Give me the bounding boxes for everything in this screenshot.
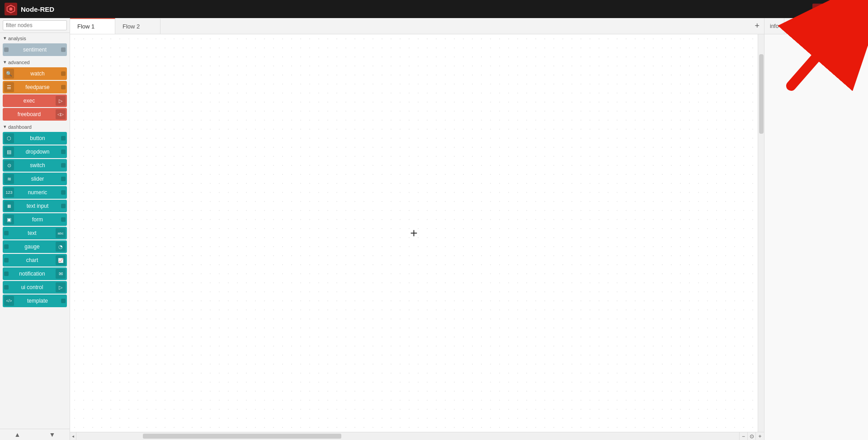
category-dashboard[interactable]: ▾ dashboard [0,122,70,131]
node-button[interactable]: ⬡ button [3,132,67,145]
zoom-out-button[interactable]: − [740,432,748,440]
category-analysis[interactable]: ▾ analysis [0,33,70,42]
deploy-label: Deploy [819,6,837,13]
node-freeboard[interactable]: freeboard ◁▷ [3,108,67,121]
node-template[interactable]: </> template [3,295,67,307]
tab-flow1[interactable]: Flow 1 [70,18,115,34]
node-feedparse[interactable]: ☰ feedparse [3,81,67,94]
zoom-reset-button[interactable]: ⊙ [748,432,756,440]
canvas-vscroll-thumb [759,54,764,134]
node-notification[interactable]: notification ✉ [3,267,67,280]
node-numeric-label: numeric [14,189,61,196]
filter-nodes-container [0,18,70,33]
node-notification-label: notification [9,271,56,277]
node-button-label: button [14,135,61,141]
sidebar-scroll-down-button[interactable]: ▼ [35,429,70,440]
node-numeric-port-right [61,190,66,195]
node-text-port-left [4,231,9,235]
node-text-input-port-right [61,204,66,208]
right-tab-info-label: info [770,23,778,29]
node-chart-port-left [4,258,9,262]
category-arrow-icon: ▾ [4,35,6,41]
canvas-add-node-icon[interactable]: + [410,226,417,240]
template-icon: </> [4,296,14,306]
right-tab-close-icon[interactable]: ✕ [819,23,823,29]
category-advanced-arrow-icon: ▾ [4,59,6,65]
node-text-label: text [9,230,56,236]
add-flow-button[interactable]: + [750,18,764,34]
sidebar-scroll-up-button[interactable]: ▲ [0,429,35,440]
node-sentiment-port-left [4,47,9,52]
node-chart-label: chart [9,257,56,263]
sidebar-scroll-buttons: ▲ ▼ [0,429,70,440]
filter-nodes-input[interactable] [3,20,67,30]
dropdown-icon: ▤ [4,147,14,157]
node-template-port-right [61,299,66,303]
canvas-footer-left-arrow[interactable]: ◂ [70,432,76,440]
hamburger-menu-button[interactable]: ≡ [851,2,863,16]
right-panel-content [764,34,868,440]
topbar-left: Node-RED [5,3,54,15]
node-watch[interactable]: 🔍 watch [3,67,67,80]
topbar-right: Deploy ▾ ≡ [812,2,863,16]
zoom-in-button[interactable]: + [756,432,764,440]
node-text-input[interactable]: ▦ text input [3,200,67,212]
node-exec[interactable]: exec ▷ [3,94,67,107]
gauge-icon: ◔ [56,242,66,252]
node-dropdown[interactable]: ▤ dropdown [3,145,67,158]
flow-canvas[interactable]: + [70,34,758,432]
switch-icon: ⊙ [4,160,14,170]
node-switch[interactable]: ⊙ switch [3,159,67,172]
node-button-port-right [61,136,66,140]
node-ui-control-port-left [4,285,9,290]
right-panel: info de boa ✕ [764,18,868,440]
text-icon: abc [56,228,66,238]
node-exec-label: exec [3,98,56,104]
node-form-port-right [61,217,66,222]
node-form[interactable]: ▣ form [3,213,67,226]
category-analysis-label: analysis [8,36,26,41]
deploy-button[interactable]: Deploy ▾ [812,4,848,15]
numeric-icon: 123 [4,187,14,197]
node-sentiment-label: sentiment [9,47,61,53]
node-form-label: form [14,216,61,223]
tab-flow2[interactable]: Flow 2 [115,18,160,34]
canvas-vertical-scrollbar[interactable] [758,34,764,432]
right-tab-dashboard[interactable]: boa ✕ [802,18,829,34]
exec-icon: ▷ [56,96,66,106]
node-gauge[interactable]: gauge ◔ [3,240,67,253]
node-red-logo-icon [5,3,17,15]
canvas-footer: ◂ − ⊙ + [70,432,764,440]
node-slider-label: slider [14,176,61,182]
canvas-hscroll-track[interactable] [76,432,739,440]
node-slider[interactable]: ≋ slider [3,173,67,185]
node-dropdown-port-right [61,150,66,154]
node-sentiment[interactable]: sentiment [3,43,67,56]
tabs-bar: Flow 1 Flow 2 + [70,18,764,34]
category-advanced[interactable]: ▾ advanced [0,57,70,66]
node-ui-control[interactable]: ui control ▷ [3,281,67,294]
node-template-label: template [14,298,61,304]
feedparse-icon: ☰ [4,82,14,92]
canvas-zoom-controls: − ⊙ + [739,432,764,440]
node-gauge-label: gauge [9,243,56,250]
category-advanced-label: advanced [8,60,30,65]
right-tab-dashboard-label: boa [807,23,816,29]
node-text[interactable]: text abc [3,227,67,239]
right-tab-info[interactable]: info [764,18,784,34]
node-feedparse-label: feedparse [14,84,61,90]
right-tab-debug[interactable]: de [784,18,802,34]
category-dashboard-label: dashboard [8,124,32,130]
topbar: Node-RED Deploy ▾ ≡ [0,0,868,18]
node-chart[interactable]: chart 📈 [3,254,67,267]
deploy-chevron-icon: ▾ [839,6,842,13]
node-numeric[interactable]: 123 numeric [3,186,67,199]
tab-flow1-label: Flow 1 [77,23,94,30]
right-tab-debug-label: de [790,23,796,29]
node-switch-label: switch [14,162,61,169]
node-notification-port-left [4,271,9,276]
canvas-hscroll-thumb [143,434,342,439]
text-input-icon: ▦ [4,201,14,211]
app-title: Node-RED [21,5,54,13]
node-feedparse-port-right [61,85,66,89]
